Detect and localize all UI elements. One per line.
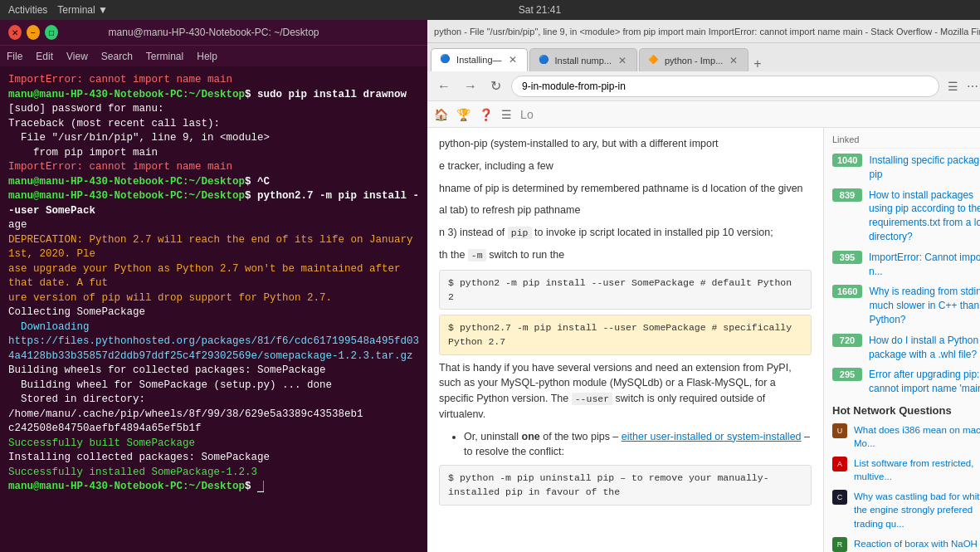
sidebar-q5-title[interactable]: How do I install a Python package with a… (869, 334, 980, 362)
browser-window-title: python - File "/usr/bin/pip", line 9, in… (434, 27, 980, 37)
sidebar-question-2: 839 How to install packages using pip ac… (832, 188, 980, 244)
terminal-line-9-cont: age (8, 219, 27, 231)
terminal-line-3: [sudo] password for manu: (8, 103, 164, 115)
hot-network-icon-2: A (832, 457, 847, 471)
hot-network-section: Hot Network Questions U What does i386 m… (832, 404, 980, 552)
hot-network-title-1[interactable]: What does i386 mean on macOS Mo... (854, 423, 980, 450)
tab2-favicon: 🔵 (539, 55, 550, 66)
hot-network-title-2[interactable]: List software from restricted, multive..… (854, 457, 980, 483)
home-toolbar-icon[interactable]: 🏠 (434, 108, 448, 121)
sidebar-q1-votes: 1040 (832, 154, 862, 167)
pip-uninstall-link[interactable]: either user-installed or system-installe… (622, 431, 802, 442)
terminal-menu-search[interactable]: Search (101, 51, 133, 62)
terminal-menu-terminal[interactable]: Terminal (146, 51, 183, 62)
browser-window: python - File "/usr/bin/pip", line 9, in… (427, 20, 980, 552)
browser-main-content: python-pip (system-installed to ary, but… (427, 128, 823, 552)
code-block-2-text: $ python2.7 -m pip install --user SomePa… (448, 322, 792, 347)
terminal-menu-help[interactable]: Help (197, 51, 217, 62)
terminal-line-2-user: manu@manu-HP-430-Notebook-PC:~/Desktop (8, 89, 245, 100)
hot-network-item-2: A List software from restricted, multive… (832, 457, 980, 483)
more-options-icon[interactable]: ⋯ (965, 78, 980, 95)
sidebar-q2-votes: 839 (832, 188, 862, 202)
terminal-line-7: ImportError: cannot import name main (8, 161, 232, 173)
terminal-body[interactable]: ImportError: cannot import name main man… (0, 66, 427, 552)
login-toolbar-icon[interactable]: Lo (520, 108, 534, 121)
terminal-close-btn[interactable]: ✕ (8, 25, 22, 40)
browser-tab-2[interactable]: 🔵 Install nump... ✕ (529, 48, 637, 71)
terminal-menu[interactable]: Terminal ▼ (57, 4, 108, 16)
hot-network-title-3[interactable]: Why was castling bad for white in the en… (854, 490, 980, 530)
terminal-title: manu@manu-HP-430-Notebook-PC: ~/Desktop (58, 27, 369, 38)
reader-mode-icon[interactable]: ☰ (946, 78, 960, 95)
browser-titlebar: python - File "/usr/bin/pip", line 9, in… (427, 20, 980, 43)
sidebar-q6-title[interactable]: Error after upgrading pip: cannot import… (869, 368, 980, 396)
activities-button[interactable]: Activities (8, 4, 47, 16)
tab1-favicon: 🔵 (440, 54, 451, 66)
sidebar-q3-votes: 395 (832, 251, 862, 264)
refresh-button[interactable]: ↻ (487, 76, 505, 95)
sidebar-q6-votes: 295 (832, 368, 862, 381)
sidebar-question-1: 1040 Installing specific package pip (832, 154, 980, 182)
terminal-menubar: File Edit View Search Terminal Help (0, 45, 427, 66)
sidebar-q1-title[interactable]: Installing specific package pip (869, 154, 980, 182)
sidebar-q4-votes: 1660 (832, 285, 862, 298)
terminal-line-18: Successfully installed SomePackage-1.2.3 (8, 467, 257, 478)
tab2-close[interactable]: ✕ (617, 55, 628, 66)
content-text-9: That is handy if you have several versio… (439, 360, 812, 423)
bullet-item-1: Or, uninstall one of the two pips – eith… (464, 429, 812, 461)
content-text-7: th the -m switch to run the (439, 247, 812, 263)
bullet-text-prefix: Or, uninstall one of the two pips – (464, 431, 622, 442)
sidebar-q4-title[interactable]: Why is reading from stdin much slower in… (869, 285, 980, 326)
hot-network-icon-1: U (832, 423, 847, 438)
sidebar-q3-title[interactable]: ImportError: Cannot import n... (869, 251, 980, 279)
terminal-minimize-btn[interactable]: − (27, 25, 40, 40)
sidebar-question-3: 395 ImportError: Cannot import n... (832, 251, 980, 279)
tab1-label: Installing— (456, 55, 501, 65)
browser-addressbar: ← → ↻ ☰ ⋯ ☆ (427, 71, 980, 101)
inline-code-pip: pip (508, 227, 532, 239)
inline-code-user: --user (572, 393, 612, 405)
browser-tabs-bar: 🔵 Installing— ✕ 🔵 Install nump... ✕ 🔶 py… (427, 43, 980, 71)
terminal-line-4: Traceback (most recent call last): (8, 118, 220, 129)
back-button[interactable]: ← (434, 77, 454, 95)
code-block-1: $ python2 -m pip install --user SomePack… (439, 270, 812, 310)
terminal-window: ✕ − □ manu@manu-HP-430-Notebook-PC: ~/De… (0, 20, 427, 552)
tab1-close[interactable]: ✕ (507, 54, 519, 66)
browser-tab-1[interactable]: 🔵 Installing— ✕ (431, 48, 527, 71)
url-bar[interactable] (511, 76, 939, 97)
terminal-menu-file[interactable]: File (7, 51, 22, 62)
hot-network-title-4[interactable]: Reaction of borax with NaOH (854, 537, 978, 550)
linked-questions-section: Linked 1040 Installing specific package … (832, 134, 980, 396)
sidebar-question-6: 295 Error after upgrading pip: cannot im… (832, 368, 980, 396)
content-text-5: n 3) instead of pip to invoke ip script … (439, 225, 812, 241)
forward-button[interactable]: → (461, 77, 480, 95)
sidebar-q2-title[interactable]: How to install packages using pip accord… (869, 188, 980, 244)
terminal-line-14: Building wheel for SomePackage (setup.py… (8, 379, 332, 391)
terminal-maximize-btn[interactable]: □ (45, 25, 58, 40)
terminal-line-8-cmd: $ ^C (245, 176, 270, 188)
new-tab-button[interactable]: + (753, 56, 761, 71)
terminal-line-17: Installing collected packages: SomePacka… (8, 452, 270, 463)
content-text-2: e tracker, including a few (439, 159, 812, 174)
hot-network-icon-3: C (832, 490, 847, 505)
tab2-label: Install nump... (555, 56, 612, 66)
browser-tab-3[interactable]: 🔶 python - Imp... ✕ (639, 48, 748, 71)
terminal-menu-view[interactable]: View (66, 51, 88, 62)
terminal-line-1: ImportError: cannot import name main (8, 74, 232, 85)
terminal-line-5: File "/usr/bin/pip", line 9, in <module> (8, 132, 270, 144)
trophy-toolbar-icon[interactable]: 🏆 (456, 108, 470, 121)
content-body: python-pip (system-installed to ary, but… (439, 136, 812, 506)
tab3-close[interactable]: ✕ (728, 55, 739, 66)
sidebar-q5-votes: 720 (832, 334, 862, 347)
feed-toolbar-icon[interactable]: ☰ (501, 108, 512, 121)
hot-network-header: Hot Network Questions (832, 404, 980, 417)
terminal-line-2-cmd: $ sudo pip install drawnow (245, 89, 407, 100)
code-block-3: $ python -m pip uninstall pip – to remov… (439, 465, 812, 506)
terminal-menu-edit[interactable]: Edit (36, 51, 53, 62)
terminal-line-15: Stored in directory: /home/manu/.cache/p… (8, 393, 363, 434)
browser-action-buttons: ☰ ⋯ ☆ (946, 78, 980, 95)
help-toolbar-icon[interactable]: ❓ (479, 108, 493, 121)
os-clock: Sat 21:41 (519, 4, 561, 16)
terminal-cursor: █ (257, 481, 264, 492)
terminal-line-13: Building wheels for collected packages: … (8, 364, 326, 376)
